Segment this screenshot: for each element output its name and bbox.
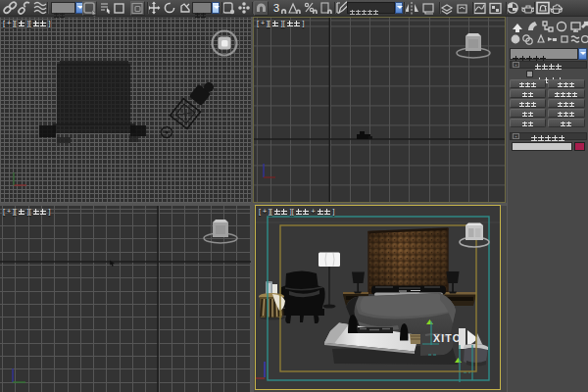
svg-text:XITO: XITO bbox=[433, 332, 462, 344]
svg-text:3: 3 bbox=[273, 2, 279, 14]
